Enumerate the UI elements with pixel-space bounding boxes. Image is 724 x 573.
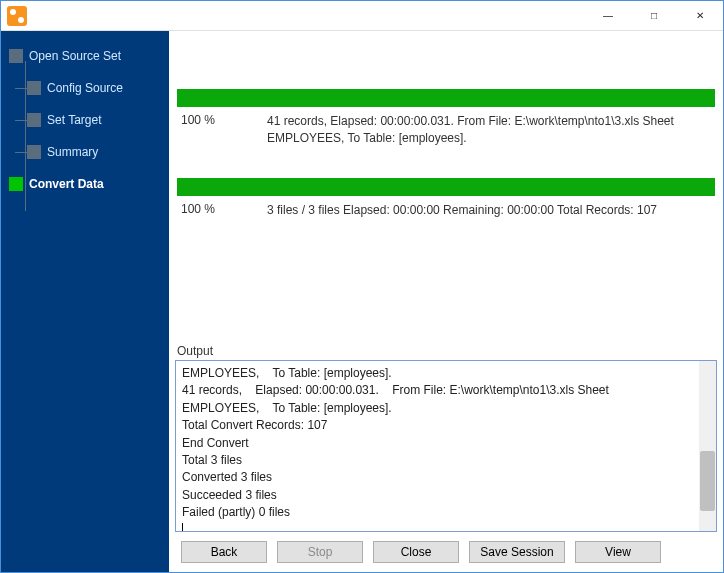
minimize-button[interactable]: —: [585, 1, 631, 31]
step-label: Convert Data: [29, 177, 104, 191]
step-box-icon: [9, 49, 23, 63]
file-progress-bar: [177, 89, 715, 107]
output-scrollbar[interactable]: [699, 361, 716, 531]
step-config-source[interactable]: Config Source: [27, 75, 161, 101]
step-convert-data[interactable]: Convert Data: [9, 171, 161, 197]
step-label: Set Target: [47, 113, 101, 127]
overall-progress-percent: 100 %: [177, 202, 267, 219]
step-label: Summary: [47, 145, 98, 159]
window-controls: — □ ✕: [585, 1, 723, 31]
step-box-icon: [27, 81, 41, 95]
tree-hline: [15, 120, 27, 121]
app-window: — □ ✕ Open Source Set Config Source: [0, 0, 724, 573]
overall-progress-bar: [177, 178, 715, 196]
step-set-target[interactable]: Set Target: [27, 107, 161, 133]
button-row: Back Stop Close Save Session View: [175, 532, 717, 566]
scrollbar-thumb[interactable]: [700, 451, 715, 511]
stop-button: Stop: [277, 541, 363, 563]
step-label: Config Source: [47, 81, 123, 95]
step-label: Open Source Set: [29, 49, 121, 63]
wizard-steps-tree: Open Source Set Config Source Set Target…: [9, 43, 161, 197]
close-button[interactable]: Close: [373, 541, 459, 563]
overall-progress-row: 100 % 3 files / 3 files Elapsed: 00:00:0…: [177, 200, 715, 225]
tree-hline: [15, 88, 27, 89]
step-summary[interactable]: Summary: [27, 139, 161, 165]
output-textarea[interactable]: EMPLOYEES, To Table: [employees]. 41 rec…: [176, 361, 699, 531]
step-box-icon: [27, 113, 41, 127]
step-box-icon: [9, 177, 23, 191]
output-label: Output: [175, 344, 717, 358]
progress-area: 100 % 41 records, Elapsed: 00:00:00.031.…: [175, 87, 717, 225]
text-caret: [182, 523, 183, 531]
step-open-source-set[interactable]: Open Source Set: [9, 43, 161, 69]
tree-hline: [15, 152, 27, 153]
file-progress-row: 100 % 41 records, Elapsed: 00:00:00.031.…: [177, 111, 715, 154]
wizard-sidebar: Open Source Set Config Source Set Target…: [1, 31, 169, 572]
titlebar-left: [1, 4, 29, 28]
back-button[interactable]: Back: [181, 541, 267, 563]
spacer: [175, 225, 717, 336]
window-body: Open Source Set Config Source Set Target…: [1, 31, 723, 572]
main-panel: 100 % 41 records, Elapsed: 00:00:00.031.…: [169, 31, 723, 572]
step-box-icon: [27, 145, 41, 159]
maximize-button[interactable]: □: [631, 1, 677, 31]
overall-progress-detail: 3 files / 3 files Elapsed: 00:00:00 Rema…: [267, 202, 715, 219]
output-box: EMPLOYEES, To Table: [employees]. 41 rec…: [175, 360, 717, 532]
file-progress-detail: 41 records, Elapsed: 00:00:00.031. From …: [267, 113, 715, 148]
output-text-content: EMPLOYEES, To Table: [employees]. 41 rec…: [182, 366, 609, 519]
file-progress-percent: 100 %: [177, 113, 267, 148]
save-session-button[interactable]: Save Session: [469, 541, 565, 563]
view-button[interactable]: View: [575, 541, 661, 563]
titlebar: — □ ✕: [1, 1, 723, 31]
app-icon: [7, 6, 27, 26]
close-window-button[interactable]: ✕: [677, 1, 723, 31]
